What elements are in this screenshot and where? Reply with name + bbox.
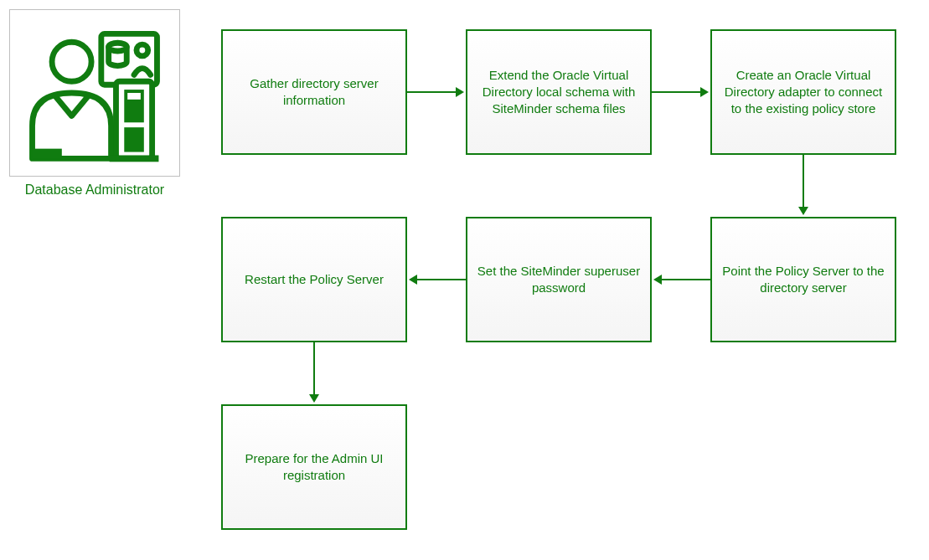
svg-point-3 <box>52 42 91 81</box>
step-set-superuser-password: Set the SiteMinder superuser password <box>466 217 652 342</box>
arrow-head-icon <box>798 207 808 215</box>
actor-label-text: Database Administrator <box>25 182 164 197</box>
svg-rect-4 <box>33 149 62 159</box>
step-prepare-admin-ui: Prepare for the Admin UI registration <box>221 404 407 530</box>
actor-box <box>9 9 180 177</box>
step-extend-schema: Extend the Oracle Virtual Directory loca… <box>466 29 652 155</box>
step-text: Point the Policy Server to the directory… <box>719 263 888 297</box>
svg-rect-9 <box>110 155 159 162</box>
arrow <box>407 91 456 93</box>
step-gather-info: Gather directory server information <box>221 29 407 155</box>
arrow <box>417 279 466 280</box>
step-text: Gather directory server information <box>230 75 399 110</box>
database-administrator-icon <box>11 11 178 175</box>
svg-rect-7 <box>127 93 141 100</box>
flow-diagram: Database Administrator Gather directory … <box>0 0 929 560</box>
step-point-policy-server: Point the Policy Server to the directory… <box>710 217 896 342</box>
step-text: Create an Oracle Virtual Directory adapt… <box>719 67 888 118</box>
arrow-head-icon <box>456 87 464 97</box>
arrow-head-icon <box>309 394 319 403</box>
svg-rect-8 <box>124 127 144 152</box>
arrow <box>652 91 700 93</box>
arrow-head-icon <box>653 275 662 285</box>
step-text: Extend the Oracle Virtual Directory loca… <box>474 67 643 118</box>
arrow <box>662 279 710 280</box>
actor-label: Database Administrator <box>3 182 187 198</box>
arrow <box>313 342 315 394</box>
step-text: Restart the Policy Server <box>245 271 384 288</box>
step-text: Set the SiteMinder superuser password <box>474 263 643 297</box>
step-create-adapter: Create an Oracle Virtual Directory adapt… <box>710 29 896 155</box>
step-text: Prepare for the Admin UI registration <box>230 450 399 485</box>
step-restart-policy-server: Restart the Policy Server <box>221 217 407 342</box>
arrow-head-icon <box>700 87 709 97</box>
arrow-head-icon <box>409 275 417 285</box>
svg-point-2 <box>137 44 148 56</box>
arrow <box>803 155 804 207</box>
